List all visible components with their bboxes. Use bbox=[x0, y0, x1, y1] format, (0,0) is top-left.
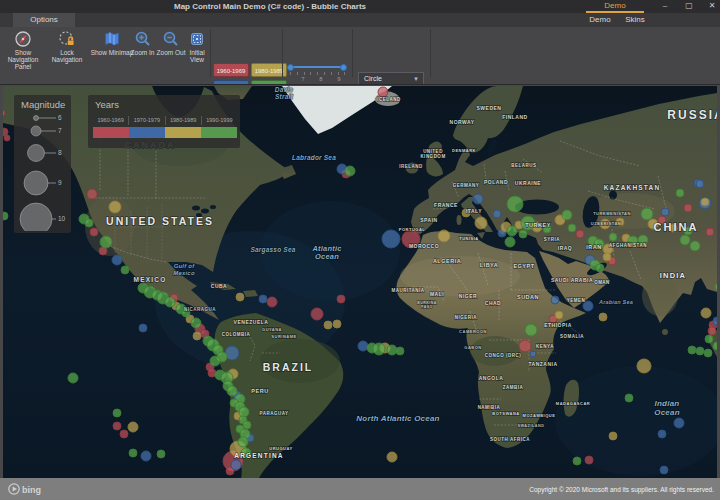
tab-demo[interactable]: Demo bbox=[583, 13, 617, 27]
maximize-icon[interactable]: ▢ bbox=[682, 0, 696, 12]
svg-text:BELARUS: BELARUS bbox=[511, 163, 536, 168]
app-window: Map Control Main Demo (C# code) - Bubble… bbox=[0, 0, 720, 500]
ribbon-tab-row: Options Demo Skins bbox=[0, 13, 720, 27]
group-separator bbox=[282, 29, 283, 77]
slider-tick-label: 8 bbox=[316, 76, 326, 82]
svg-text:PERU: PERU bbox=[251, 388, 268, 394]
svg-text:KAZAKHSTAN: KAZAKHSTAN bbox=[604, 184, 661, 191]
ribbon: Show Navigation Panel Lock Navigation Sh… bbox=[0, 27, 720, 84]
svg-text:POLAND: POLAND bbox=[484, 179, 508, 185]
svg-text:North Atlantic Ocean: North Atlantic Ocean bbox=[356, 414, 439, 423]
svg-text:ICELAND: ICELAND bbox=[377, 97, 401, 102]
header-tab-demo[interactable]: Demo bbox=[586, 0, 644, 13]
years-legend-swatch bbox=[93, 127, 129, 138]
magnitude-range-slider[interactable]: 7 8 9 bbox=[288, 60, 348, 86]
svg-text:VENEZUELA: VENEZUELA bbox=[234, 319, 269, 325]
svg-text:CAMEROON: CAMEROON bbox=[459, 329, 487, 334]
years-legend-title: Years bbox=[88, 95, 240, 110]
svg-text:CUBA: CUBA bbox=[211, 283, 227, 289]
svg-text:URUGUAY: URUGUAY bbox=[269, 446, 292, 451]
map-viewport[interactable]: CANADAUNITED STATESMEXICOCUBANICARAGUAVE… bbox=[0, 84, 720, 478]
marker-type-value: Circle bbox=[364, 75, 382, 82]
svg-text:FRANCE: FRANCE bbox=[434, 202, 458, 208]
svg-text:Gulf ofMexico: Gulf ofMexico bbox=[173, 263, 195, 276]
svg-text:7: 7 bbox=[58, 127, 62, 134]
button-label: Initial View bbox=[184, 49, 210, 63]
svg-text:NIGER: NIGER bbox=[459, 293, 477, 299]
svg-text:DavisStrait: DavisStrait bbox=[275, 86, 294, 100]
button-label: Zoom In bbox=[128, 49, 157, 56]
svg-text:SWAZILAND: SWAZILAND bbox=[517, 424, 544, 428]
close-icon[interactable]: ✕ bbox=[705, 0, 719, 12]
show-navigation-panel-button[interactable]: Show Navigation Panel bbox=[1, 28, 45, 78]
svg-text:Labrador Sea: Labrador Sea bbox=[292, 154, 336, 161]
decade-button-1960s[interactable]: 1960-1969 bbox=[213, 63, 249, 77]
button-label: Show Navigation Panel bbox=[1, 49, 45, 70]
svg-text:UNITEDKINGDOM: UNITEDKINGDOM bbox=[420, 149, 445, 159]
minimize-icon[interactable]: – bbox=[658, 0, 672, 12]
svg-text:TUNISIA: TUNISIA bbox=[459, 236, 479, 241]
svg-text:SOMALIA: SOMALIA bbox=[560, 334, 584, 339]
group-separator bbox=[430, 29, 431, 77]
svg-text:TURKEY: TURKEY bbox=[525, 222, 551, 228]
svg-text:MAURITANIA: MAURITANIA bbox=[391, 288, 424, 293]
initial-view-icon bbox=[188, 30, 206, 48]
svg-text:Arabian Sea: Arabian Sea bbox=[598, 299, 633, 305]
slider-handle-min[interactable] bbox=[287, 64, 294, 71]
svg-text:ETHIOPIA: ETHIOPIA bbox=[544, 322, 572, 328]
years-legend-label: 1960-1969 bbox=[93, 116, 128, 125]
svg-text:bing: bing bbox=[22, 485, 41, 495]
zoom-in-icon bbox=[134, 30, 152, 48]
bing-logo[interactable]: bing bbox=[7, 482, 53, 496]
minimap-icon bbox=[103, 30, 121, 48]
initial-view-button[interactable]: Initial View bbox=[184, 28, 210, 78]
svg-text:TURKMENISTAN: TURKMENISTAN bbox=[593, 211, 631, 216]
svg-text:OMAN: OMAN bbox=[594, 280, 610, 285]
slider-tick bbox=[331, 72, 332, 75]
svg-text:INDIA: INDIA bbox=[660, 271, 686, 280]
svg-text:6: 6 bbox=[58, 114, 62, 121]
title-bar: Map Control Main Demo (C# code) - Bubble… bbox=[0, 0, 720, 13]
svg-text:GERMANY: GERMANY bbox=[453, 183, 480, 188]
svg-text:UZBEKISTAN: UZBEKISTAN bbox=[591, 221, 621, 226]
svg-text:NIGERIA: NIGERIA bbox=[455, 315, 478, 320]
svg-text:8: 8 bbox=[58, 149, 62, 156]
svg-text:DENMARK: DENMARK bbox=[452, 148, 476, 153]
svg-text:CHINA: CHINA bbox=[654, 221, 699, 233]
magnitude-legend-title: Magnitude bbox=[14, 95, 71, 110]
zoom-in-button[interactable]: Zoom In bbox=[128, 28, 157, 78]
svg-text:MALI: MALI bbox=[430, 291, 444, 297]
svg-text:RUSSIA: RUSSIA bbox=[667, 108, 717, 122]
years-legend-swatch bbox=[129, 127, 165, 138]
svg-text:NAMIBIA: NAMIBIA bbox=[478, 405, 501, 410]
svg-text:9: 9 bbox=[58, 179, 62, 186]
group-separator bbox=[210, 29, 211, 77]
slider-tick bbox=[297, 72, 298, 75]
years-legend-swatch bbox=[201, 127, 237, 138]
slider-handle-max[interactable] bbox=[340, 64, 347, 71]
svg-text:SPAIN: SPAIN bbox=[420, 217, 437, 223]
tab-skins[interactable]: Skins bbox=[617, 13, 653, 27]
svg-text:UKRAINE: UKRAINE bbox=[515, 180, 541, 186]
slider-tick bbox=[317, 72, 318, 75]
group-separator bbox=[352, 29, 353, 77]
svg-text:PARAGUAY: PARAGUAY bbox=[259, 411, 288, 416]
lock-navigation-button[interactable]: Lock Navigation bbox=[45, 28, 89, 78]
button-label: Lock Navigation bbox=[45, 49, 89, 63]
zoom-out-icon bbox=[162, 30, 180, 48]
compass-icon bbox=[14, 30, 32, 48]
svg-text:BRAZIL: BRAZIL bbox=[263, 361, 314, 373]
tab-options[interactable]: Options bbox=[13, 13, 75, 27]
svg-text:AtlanticOcean: AtlanticOcean bbox=[311, 244, 342, 261]
slider-tick bbox=[290, 72, 291, 75]
svg-text:EGYPT: EGYPT bbox=[513, 263, 534, 269]
svg-text:MEXICO: MEXICO bbox=[134, 276, 167, 283]
svg-text:MOROCCO: MOROCCO bbox=[409, 243, 439, 249]
svg-text:NICARAGUA: NICARAGUA bbox=[184, 307, 216, 312]
zoom-out-button[interactable]: Zoom Out bbox=[156, 28, 186, 78]
svg-text:NORWAY: NORWAY bbox=[450, 119, 475, 125]
svg-text:TANZANIA: TANZANIA bbox=[528, 361, 557, 367]
svg-text:SURINAME: SURINAME bbox=[271, 334, 296, 339]
svg-text:IRAN: IRAN bbox=[586, 244, 601, 250]
svg-text:SOUTH AFRICA: SOUTH AFRICA bbox=[490, 437, 530, 442]
